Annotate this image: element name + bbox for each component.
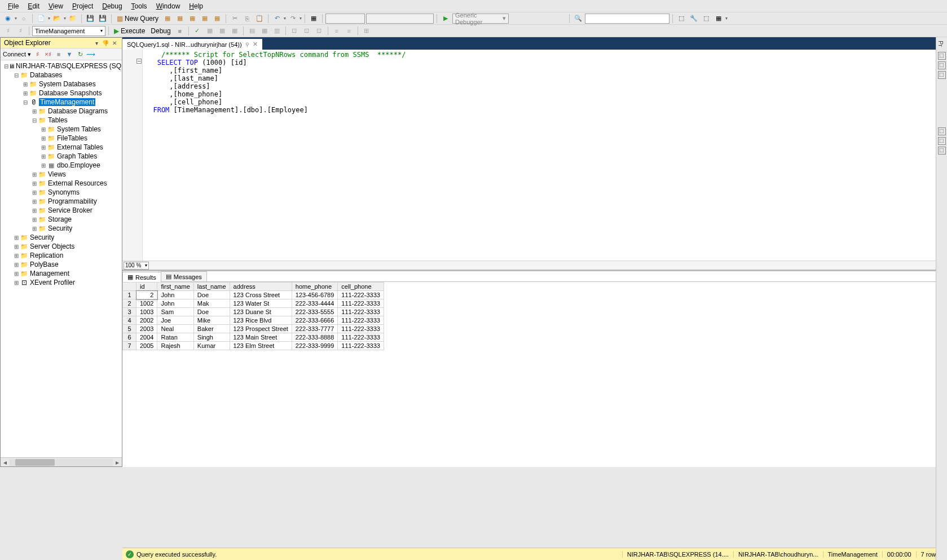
table-row[interactable]: 21002JohnMak123 Water St222-333-4444111-…: [123, 299, 384, 308]
sql-text-area[interactable]: /****** Script for SelectTopNRows comman…: [143, 50, 937, 261]
tree-toggle-icon[interactable]: ⊞: [31, 180, 38, 187]
menu-file[interactable]: File: [3, 1, 23, 11]
tree-toggle-icon[interactable]: ⊞: [22, 90, 29, 96]
db-query-icon-5[interactable]: ▦: [212, 14, 223, 24]
comment-icon[interactable]: ⊡: [289, 26, 300, 36]
refresh-icon[interactable]: [76, 50, 85, 59]
new-query-button[interactable]: ▦ New Query: [114, 14, 161, 24]
right-tool-1[interactable]: ⬚: [938, 52, 946, 60]
tree-node[interactable]: ⊞Database Snapshots: [2, 89, 121, 98]
zoom-combo[interactable]: 100 % ▾: [124, 262, 149, 270]
paste-icon[interactable]: 📋: [254, 14, 265, 24]
tool-icon-1[interactable]: ⬚: [676, 14, 687, 24]
tree-node[interactable]: ⊞Database Diagrams: [2, 107, 121, 116]
grid-icon[interactable]: ▦: [308, 14, 319, 24]
tree-toggle-icon[interactable]: ⊟: [4, 63, 8, 69]
table-cell[interactable]: Mike: [193, 316, 230, 325]
tree-node[interactable]: ⊟NIRJHAR-TAB\SQLEXPRESS (SQL Serve: [2, 61, 121, 70]
outdent-icon[interactable]: ≡: [331, 26, 342, 36]
column-header[interactable]: home_phone: [292, 283, 338, 291]
table-row[interactable]: 31003SamDoe123 Duane St222-333-5555111-2…: [123, 308, 384, 316]
tool-icon-3[interactable]: ⬚: [701, 14, 712, 24]
debug-button[interactable]: Debug: [148, 26, 173, 36]
tree-toggle-icon[interactable]: ⊞: [13, 271, 20, 277]
table-cell[interactable]: 123 Cross Street: [230, 291, 292, 299]
table-cell[interactable]: 123-456-6789: [292, 291, 338, 299]
disconnect-all-icon[interactable]: ×♯: [43, 50, 52, 59]
table-cell[interactable]: 1003: [136, 308, 157, 316]
tree-toggle-icon[interactable]: ⊟: [31, 117, 38, 124]
table-cell[interactable]: 123 Rice Blvd: [230, 316, 292, 325]
table-cell[interactable]: Rajesh: [157, 342, 193, 350]
forward-icon[interactable]: ○: [18, 14, 29, 24]
tree-node[interactable]: ⊞External Tables: [2, 143, 121, 152]
table-cell[interactable]: 222-333-6666: [292, 316, 338, 325]
close-icon[interactable]: ✕: [111, 40, 118, 46]
plan-icon-2[interactable]: ▦: [217, 26, 228, 36]
table-cell[interactable]: Joe: [157, 316, 193, 325]
tree-toggle-icon[interactable]: ⊞: [31, 226, 38, 232]
table-row[interactable]: 52003NealBaker123 Prospect Street222-333…: [123, 325, 384, 333]
table-cell[interactable]: 111-222-3333: [338, 316, 384, 325]
tree-toggle-icon[interactable]: ⊞: [40, 135, 47, 142]
stop-icon[interactable]: ■: [54, 50, 63, 59]
sql-editor[interactable]: /****** Script for SelectTopNRows comman…: [122, 50, 947, 261]
tree-node[interactable]: ⊞Programmability: [2, 197, 121, 206]
tree-node[interactable]: ⊞Views: [2, 170, 121, 179]
table-cell[interactable]: Sam: [157, 308, 193, 316]
table-cell[interactable]: 123 Water St: [230, 299, 292, 308]
tree-toggle-icon[interactable]: ⊞: [22, 81, 29, 87]
table-cell[interactable]: 5: [123, 325, 136, 333]
parse-icon[interactable]: ✓: [192, 26, 203, 36]
disconnect-icon[interactable]: ♯: [33, 50, 42, 59]
table-cell[interactable]: 222-333-7777: [292, 325, 338, 333]
tree-node[interactable]: ⊞Server Objects: [2, 242, 121, 251]
tree-node[interactable]: ⊞Replication: [2, 251, 121, 260]
column-header[interactable]: [123, 283, 136, 291]
db-query-icon-4[interactable]: ▦: [199, 14, 210, 24]
menu-help[interactable]: Help: [184, 1, 208, 11]
results-text-icon[interactable]: ▤: [246, 26, 258, 36]
tree-toggle-icon[interactable]: ⊞: [40, 162, 47, 169]
table-cell[interactable]: 123 Main Street: [230, 333, 292, 342]
tree-toggle-icon[interactable]: ⊞: [40, 153, 47, 160]
table-cell[interactable]: Baker: [193, 325, 230, 333]
tool-icon-4[interactable]: ▦: [713, 14, 724, 24]
right-collapsed-panel[interactable]: Pr ⬚ ⬚ ⬚ ⬚ ⬚ ⬚: [936, 37, 947, 560]
table-cell[interactable]: 2002: [136, 316, 157, 325]
tree-toggle-icon[interactable]: ⊞: [31, 108, 38, 114]
table-cell[interactable]: Doe: [193, 308, 230, 316]
column-header[interactable]: last_name: [193, 283, 230, 291]
table-cell[interactable]: 222-333-5555: [292, 308, 338, 316]
use-db-icon[interactable]: ♯: [2, 26, 14, 36]
tree-node[interactable]: ⊞Synonyms: [2, 188, 121, 197]
table-cell[interactable]: 123 Elm Street: [230, 342, 292, 350]
horizontal-scrollbar[interactable]: ◂ ▸: [1, 457, 122, 466]
right-tool-2[interactable]: ⬚: [938, 61, 946, 69]
tree-toggle-icon[interactable]: ⊟: [22, 99, 29, 105]
tree-node[interactable]: ⊞Management: [2, 269, 121, 278]
tree-toggle-icon[interactable]: ⊞: [40, 144, 47, 151]
specify-values-icon[interactable]: ⊞: [361, 26, 372, 36]
table-cell[interactable]: 222-333-4444: [292, 299, 338, 308]
table-cell[interactable]: 111-222-3333: [338, 308, 384, 316]
right-tool-3[interactable]: ⬚: [938, 71, 946, 79]
uncomment-icon[interactable]: ⊡: [301, 26, 312, 36]
table-row[interactable]: 42002JoeMike123 Rice Blvd222-333-6666111…: [123, 316, 384, 325]
table-row[interactable]: 12JohnDoe123 Cross Street123-456-6789111…: [123, 291, 384, 299]
table-cell[interactable]: 1: [123, 291, 136, 299]
table-cell[interactable]: Kumar: [193, 342, 230, 350]
search-combo[interactable]: [585, 14, 669, 24]
table-cell[interactable]: Ratan: [157, 333, 193, 342]
properties-tab[interactable]: Pr: [936, 37, 945, 50]
table-cell[interactable]: 3: [123, 308, 136, 316]
database-combo[interactable]: TimeManagement ▾: [32, 26, 105, 36]
db-query-icon-2[interactable]: ▦: [174, 14, 186, 24]
table-cell[interactable]: 1002: [136, 299, 157, 308]
tree-toggle-icon[interactable]: ⊞: [31, 217, 38, 223]
save-all-icon[interactable]: 💾: [97, 14, 108, 24]
tree-toggle-icon[interactable]: ⊞: [13, 244, 20, 250]
tree-toggle-icon[interactable]: ⊞: [31, 199, 38, 205]
column-header[interactable]: first_name: [157, 283, 193, 291]
tree-toggle-icon[interactable]: ⊞: [31, 189, 38, 196]
